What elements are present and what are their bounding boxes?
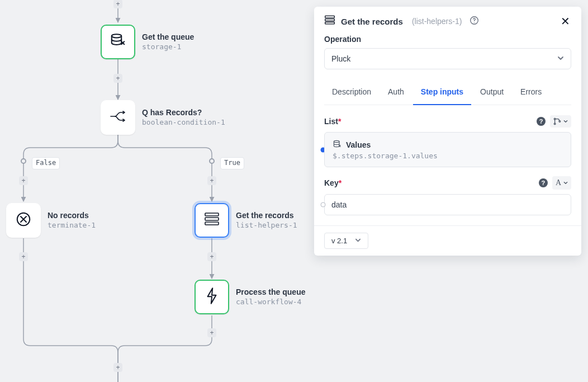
node-title: Get the queue (142, 32, 194, 43)
tab-step-inputs[interactable]: Step inputs (413, 81, 471, 105)
version-select[interactable]: v 2.1 (324, 233, 368, 249)
operation-label: Operation (324, 35, 571, 44)
version-label: v 2.1 (331, 237, 347, 245)
list-value-box[interactable]: Values $.steps.storage-1.values (324, 132, 571, 167)
svg-rect-7 (205, 222, 219, 225)
tab-output[interactable]: Output (472, 81, 511, 105)
node-get-records[interactable]: Get the records list-helpers-1 (195, 203, 297, 238)
node-sub: call-workflow-4 (236, 298, 306, 306)
add-step-button[interactable] (207, 328, 216, 337)
chevron-down-icon (557, 54, 564, 63)
node-process-queue[interactable]: Process the queue call-workflow-4 (195, 280, 306, 314)
close-icon[interactable]: ✕ (559, 15, 571, 28)
panel-sub: (list-helpers-1) (412, 17, 462, 26)
terminate-icon (15, 211, 32, 230)
svg-rect-5 (205, 213, 219, 216)
operation-select[interactable]: Pluck (324, 48, 571, 69)
tab-description[interactable]: Description (324, 81, 379, 105)
svg-rect-8 (325, 16, 335, 17)
svg-rect-9 (325, 19, 335, 21)
node-title: No records (48, 211, 96, 221)
node-sub: terminate-1 (48, 221, 96, 230)
branch-dot (209, 158, 215, 164)
node-sub: boolean-condition-1 (142, 118, 225, 127)
list-item-path: $.steps.storage-1.values (333, 152, 563, 160)
tab-auth[interactable]: Auth (380, 81, 412, 105)
branch-label-false: False (32, 157, 60, 169)
list-item-title: Values (346, 140, 371, 149)
field-list: List* ? (324, 115, 571, 167)
add-step-button[interactable] (113, 0, 122, 8)
add-step-button[interactable] (19, 252, 28, 261)
svg-rect-10 (325, 22, 335, 23)
field-key: Key* ? A (324, 176, 571, 215)
list-icon (204, 212, 220, 229)
key-input[interactable] (324, 194, 571, 215)
add-step-button[interactable] (207, 252, 216, 261)
type-selector-button[interactable]: A (552, 176, 571, 190)
workflow-icon (206, 287, 218, 306)
panel-footer: v 2.1 (314, 225, 581, 256)
database-icon (110, 32, 126, 51)
help-icon[interactable]: ? (537, 117, 546, 126)
svg-point-16 (334, 140, 339, 142)
panel-header: Get the records (list-helpers-1) ✕ (314, 7, 581, 35)
node-sub: storage-1 (142, 43, 194, 51)
svg-rect-6 (205, 218, 219, 220)
node-get-queue[interactable]: Get the queue storage-1 (101, 25, 194, 59)
panel-tabs: Description Auth Step inputs Output Erro… (324, 81, 571, 105)
node-condition[interactable]: Q has Records? boolean-condition-1 (101, 100, 225, 135)
field-label: Key* (324, 178, 342, 187)
node-title: Process the queue (236, 287, 306, 298)
chevron-down-icon (355, 237, 361, 245)
add-step-button[interactable] (207, 176, 216, 185)
help-icon[interactable]: ? (539, 178, 548, 187)
inactive-indicator (321, 202, 326, 207)
branch-label-true: True (220, 157, 244, 169)
operation-value: Pluck (331, 54, 350, 63)
node-title: Q has Records? (142, 108, 225, 118)
help-icon[interactable] (470, 16, 479, 27)
path-selector-button[interactable] (550, 115, 571, 128)
branch-dot (21, 158, 26, 164)
step-config-panel: Get the records (list-helpers-1) ✕ Opera… (314, 7, 581, 256)
svg-point-3 (112, 34, 122, 37)
operation-section: Operation Pluck (314, 35, 581, 77)
node-sub: list-helpers-1 (236, 221, 297, 230)
add-step-button[interactable] (113, 363, 122, 372)
branch-icon (110, 110, 126, 125)
svg-point-12 (474, 22, 475, 22)
add-step-button[interactable] (113, 74, 122, 83)
node-no-records[interactable]: No records terminate-1 (6, 203, 96, 238)
list-icon (324, 15, 335, 27)
field-label: List* (324, 117, 341, 126)
tab-errors[interactable]: Errors (513, 81, 549, 105)
add-step-button[interactable] (19, 176, 28, 185)
panel-title: Get the records (341, 17, 403, 26)
node-title: Get the records (236, 211, 297, 221)
panel-body: List* ? (314, 105, 581, 225)
values-icon (333, 139, 342, 150)
